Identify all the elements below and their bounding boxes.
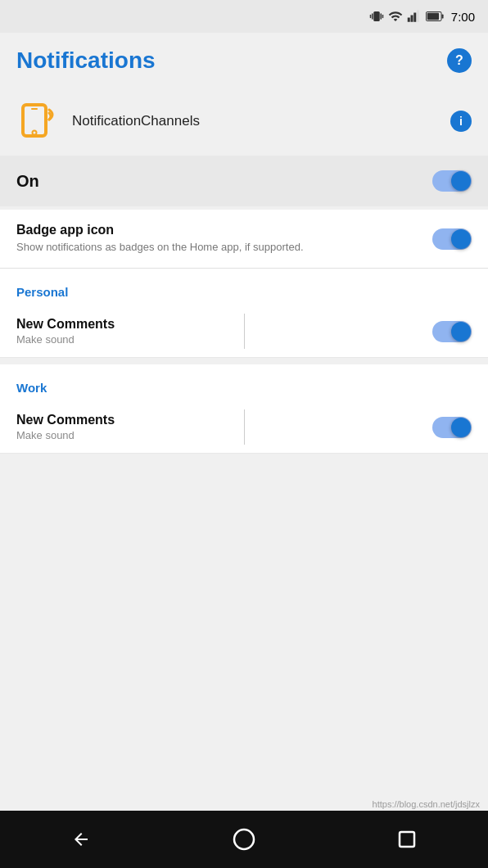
svg-rect-16 [400, 832, 414, 847]
header: Notifications ? [0, 33, 488, 87]
svg-rect-6 [410, 16, 413, 22]
svg-rect-4 [382, 15, 384, 19]
svg-rect-11 [441, 14, 443, 18]
help-button[interactable]: ? [447, 48, 472, 73]
svg-rect-8 [417, 11, 419, 22]
recents-icon [398, 830, 416, 848]
work-section-label: Work [0, 364, 488, 401]
personal-comment-text: New Comments Make sound [16, 317, 432, 346]
on-toggle[interactable] [432, 170, 472, 192]
svg-rect-10 [427, 13, 438, 20]
work-comment-title: New Comments [16, 413, 432, 427]
status-time: 7:00 [451, 10, 475, 24]
back-icon [71, 830, 91, 849]
vibrate-icon [369, 9, 384, 24]
back-button[interactable] [61, 819, 102, 860]
svg-rect-2 [380, 13, 382, 20]
badge-subtitle: Show notifications as badges on the Home… [16, 240, 422, 255]
personal-toggle-thumb [451, 322, 471, 341]
status-bar: 7:00 [0, 0, 488, 33]
work-comment-row: New Comments Make sound [0, 401, 488, 454]
watermark: https://blog.csdn.net/jdsjlzx [373, 799, 480, 809]
personal-section-label: Personal [0, 269, 488, 305]
svg-point-14 [33, 131, 37, 135]
work-comment-sub: Make sound [16, 429, 432, 441]
badge-text: Badge app icon Show notifications as bad… [16, 223, 432, 255]
svg-rect-5 [408, 18, 410, 22]
white-section: Badge app icon Show notifications as bad… [0, 210, 488, 358]
channels-label: NotificationChannels [72, 113, 437, 129]
channels-section: NotificationChannels i [0, 87, 488, 156]
home-icon [233, 828, 255, 851]
toggle-track [432, 170, 472, 192]
on-section: On [0, 156, 488, 206]
svg-rect-13 [31, 108, 38, 110]
personal-toggle[interactable] [432, 321, 472, 342]
bottom-nav [0, 811, 488, 868]
battery-icon [426, 11, 444, 22]
badge-row: Badge app icon Show notifications as bad… [0, 210, 488, 269]
personal-comment-title: New Comments [16, 317, 432, 332]
work-section: Work New Comments Make sound [0, 364, 488, 454]
toggle-thumb [451, 171, 471, 191]
recents-button[interactable] [386, 819, 427, 860]
status-icons: 7:00 [369, 9, 475, 24]
info-button[interactable]: i [450, 111, 472, 132]
badge-title: Badge app icon [16, 223, 422, 237]
personal-comment-sub: Make sound [16, 333, 432, 346]
work-toggle[interactable] [432, 417, 472, 438]
notification-channels-icon [16, 100, 59, 142]
page-title: Notifications [16, 47, 156, 74]
work-comment-text: New Comments Make sound [16, 413, 432, 441]
signal-icon [407, 9, 422, 24]
personal-comment-row: New Comments Make sound [0, 305, 488, 358]
svg-rect-1 [372, 13, 373, 20]
home-button[interactable] [224, 819, 264, 860]
badge-toggle[interactable] [432, 228, 472, 250]
svg-rect-3 [370, 15, 372, 19]
svg-rect-7 [413, 13, 416, 22]
svg-rect-0 [373, 11, 380, 21]
badge-toggle-track [432, 228, 472, 250]
personal-toggle-track [432, 321, 472, 342]
work-toggle-thumb [451, 418, 471, 437]
on-label: On [16, 172, 39, 191]
work-toggle-track [432, 417, 472, 438]
wifi-icon [388, 9, 403, 24]
badge-toggle-thumb [451, 229, 471, 249]
svg-point-15 [234, 830, 254, 849]
